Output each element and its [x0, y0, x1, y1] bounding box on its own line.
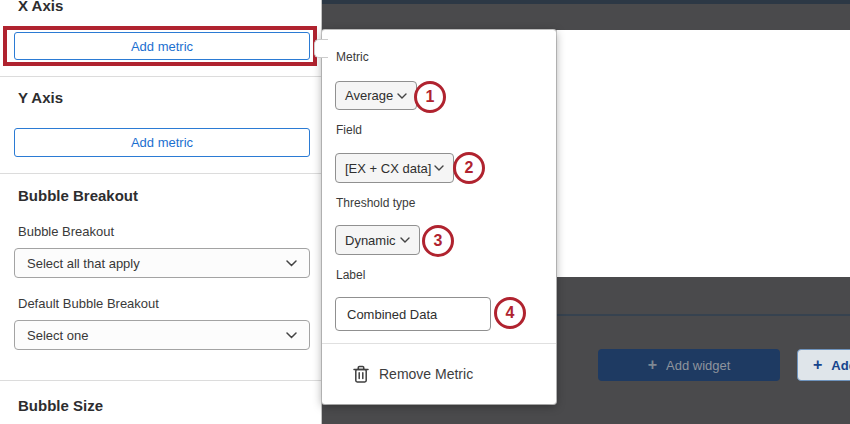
metric-select[interactable]: Average [335, 81, 417, 110]
threshold-type-select[interactable]: Dynamic [335, 225, 420, 255]
bubble-breakout-select[interactable]: Select all that apply [14, 248, 310, 278]
add-widget-label: Add widget [666, 358, 730, 373]
chevron-down-icon [400, 237, 410, 243]
bubble-breakout-label: Bubble Breakout [18, 225, 114, 239]
add-widget-button[interactable]: + Add widget [598, 349, 780, 381]
field-select-value: [EX + CX data] [345, 161, 431, 176]
y-axis-heading: Y Axis [18, 90, 63, 106]
divider [0, 173, 322, 174]
metric-select-value: Average [345, 88, 393, 103]
x-axis-add-metric-button[interactable]: Add metric [14, 32, 310, 60]
y-axis-add-metric-button[interactable]: Add metric [14, 128, 310, 157]
add-widget-secondary-label: Add widget [831, 358, 850, 373]
plus-icon: + [648, 357, 657, 373]
dashboard-canvas [556, 30, 850, 277]
x-axis-heading: X Axis [18, 0, 63, 14]
widget-settings-sidebar: X Axis Add metric Y Axis Add metric Bubb… [0, 0, 322, 424]
chevron-down-icon [286, 260, 297, 267]
threshold-type-select-value: Dynamic [345, 233, 396, 248]
bubble-breakout-select-value: Select all that apply [27, 256, 140, 271]
top-navy-bar [322, 0, 850, 4]
chevron-down-icon [397, 93, 407, 99]
metric-settings-popup: Metric Average 1 Field [EX + CX data] 2 … [322, 30, 556, 404]
bubble-size-heading: Bubble Size [18, 398, 103, 414]
default-bubble-breakout-label: Default Bubble Breakout [18, 297, 159, 311]
label-field-label: Label [336, 268, 365, 282]
field-label: Field [336, 123, 362, 137]
chevron-down-icon [286, 332, 297, 339]
default-bubble-breakout-select-value: Select one [27, 328, 88, 343]
chevron-down-icon [434, 165, 444, 171]
trash-icon [352, 364, 370, 384]
field-select[interactable]: [EX + CX data] [335, 153, 454, 183]
plus-icon: + [813, 357, 822, 373]
annotation-step-1: 1 [414, 81, 446, 113]
label-input[interactable] [335, 297, 491, 331]
add-widget-button-secondary[interactable]: + Add widget [797, 349, 850, 381]
canvas-section-divider [556, 314, 850, 316]
threshold-type-label: Threshold type [336, 196, 415, 210]
metric-label: Metric [336, 50, 369, 64]
bubble-breakout-heading: Bubble Breakout [18, 188, 138, 204]
annotation-step-4: 4 [494, 297, 526, 329]
popup-divider [322, 343, 556, 344]
remove-metric-label: Remove Metric [379, 366, 473, 382]
remove-metric-button[interactable]: Remove Metric [352, 361, 473, 387]
annotation-step-3: 3 [422, 225, 454, 257]
annotation-step-2: 2 [453, 152, 485, 184]
divider [0, 380, 322, 381]
divider [0, 76, 322, 77]
popup-callout-tab [314, 39, 328, 58]
default-bubble-breakout-select[interactable]: Select one [14, 320, 310, 350]
